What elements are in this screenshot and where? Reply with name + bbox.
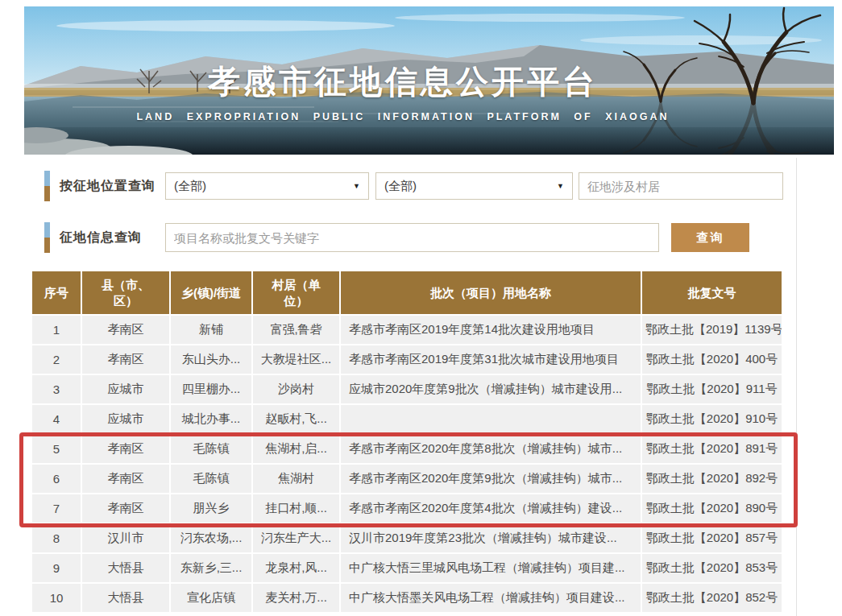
table-cell: 鄂政土批【2020】857号 <box>642 524 782 552</box>
county-select[interactable]: (全部) ▼ <box>165 172 369 200</box>
table-cell: 中广核大悟三里城风电场工程（增减挂钩）项目建... <box>341 554 641 582</box>
table-cell: 富强,鲁砦 <box>253 316 339 344</box>
table-cell: 孝感市孝南区2019年度第14批次建设用地项目 <box>341 316 641 344</box>
township-select[interactable]: (全部) ▼ <box>375 172 573 200</box>
search-button[interactable]: 查询 <box>671 223 749 252</box>
table-cell: 挂口村,顺... <box>253 494 339 523</box>
land-expropriation-table: 序号县（市、 区）乡(镇)/街道村居（单 位）批次（项目）用地名称批复文号 1孝… <box>31 270 783 614</box>
table-row[interactable]: 5孝南区毛陈镇焦湖村,启...孝感市孝南区2020年度第8批次（增减挂钩）城市.… <box>32 435 782 463</box>
table-cell: 应城市 <box>82 405 169 433</box>
table-cell: 城北办事... <box>171 405 251 433</box>
township-select-value: (全部) <box>384 179 417 194</box>
table-cell: 鄂政土批【2020】892号 <box>642 465 782 493</box>
table-cell: 新铺 <box>171 316 251 344</box>
section-marker-icon <box>44 171 50 201</box>
village-input[interactable] <box>579 172 783 200</box>
table-row[interactable]: 9大悟县东新乡,三...龙泉村,风...中广核大悟三里城风电场工程（增减挂钩）项… <box>32 554 782 582</box>
table-row[interactable]: 3应城市四里棚办...沙岗村应城市2020年度第9批次（增减挂钩）城市建设用..… <box>32 375 782 403</box>
dropdown-arrow-icon: ▼ <box>557 182 564 190</box>
table-row[interactable]: 1孝南区新铺富强,鲁砦孝感市孝南区2019年度第14批次建设用地项目鄂政土批【2… <box>32 316 782 344</box>
table-cell: 中广核大悟墨关风电场工程（增减挂钩）项目建设... <box>341 584 641 612</box>
banner-text-block: 孝感市征地信息公开平台 LAND EXPROPRIATION PUBLIC IN… <box>24 60 782 122</box>
table-cell: 朋兴乡 <box>171 494 251 523</box>
table-body: 1孝南区新铺富强,鲁砦孝感市孝南区2019年度第14批次建设用地项目鄂政土批【2… <box>32 316 782 612</box>
table-cell: 鄂政土批【2020】891号 <box>642 435 782 463</box>
table-cell: 4 <box>32 405 81 433</box>
table-row[interactable]: 8汉川市汈东农场,...汈东生产大...汉川市2019年度第23批次（增减挂钩）… <box>32 524 782 552</box>
table-cell: 沙岗村 <box>253 375 339 403</box>
table-cell: 9 <box>32 554 81 582</box>
banner-image: 孝感市征地信息公开平台 LAND EXPROPRIATION PUBLIC IN… <box>24 6 834 155</box>
keyword-input[interactable] <box>165 223 659 252</box>
table-cell: 5 <box>32 435 81 463</box>
dropdown-arrow-icon: ▼ <box>353 182 360 190</box>
table-cell <box>341 405 641 433</box>
table-cell: 东山头办... <box>171 345 251 374</box>
table-cell: 鄂政土批【2020】911号 <box>642 375 782 403</box>
banner-title: 孝感市征地信息公开平台 <box>24 60 782 104</box>
location-filter-label-text: 按征地位置查询 <box>60 178 156 195</box>
table-cell: 10 <box>32 584 81 612</box>
table-cell: 鄂政土批【2019】1139号 <box>642 316 782 344</box>
table-cell: 6 <box>32 465 81 493</box>
column-header: 序号 <box>32 271 81 314</box>
table-cell: 汉川市2019年度第23批次（增减挂钩）城市建设... <box>341 524 641 552</box>
info-filter-label: 征地信息查询 <box>44 222 142 253</box>
column-header: 乡(镇)/街道 <box>171 271 251 314</box>
table-cell: 2 <box>32 345 81 374</box>
table-cell: 孝感市孝南区2020年度第8批次（增减挂钩）城市... <box>341 435 641 463</box>
table-cell: 应城市 <box>82 375 169 403</box>
table-cell: 四里棚办... <box>171 375 251 403</box>
table-cell: 孝感市孝南区2020年度第9批次（增减挂钩）城市... <box>341 465 641 493</box>
table-cell: 赵畈村,飞... <box>253 405 339 433</box>
table-row[interactable]: 10大悟县宣化店镇麦关村,万...中广核大悟墨关风电场工程（增减挂钩）项目建设.… <box>32 584 782 612</box>
table-cell: 宣化店镇 <box>171 584 251 612</box>
table-cell: 东新乡,三... <box>171 554 251 582</box>
table-cell: 孝南区 <box>82 465 169 493</box>
section-marker-icon <box>44 222 50 253</box>
table-cell: 毛陈镇 <box>171 465 251 493</box>
table-cell: 焦湖村,启... <box>253 435 339 463</box>
table-cell: 鄂政土批【2020】853号 <box>642 554 782 582</box>
table-cell: 汉川市 <box>82 524 169 552</box>
table-cell: 孝感市孝南区2019年度第31批次城市建设用地项目 <box>341 345 641 374</box>
table-cell: 焦湖村 <box>253 465 339 493</box>
table-cell: 大教堤社区... <box>253 345 339 374</box>
column-header: 批次（项目）用地名称 <box>341 271 641 314</box>
table-cell: 鄂政土批【2020】852号 <box>642 584 782 612</box>
table-cell: 汈东农场,... <box>171 524 251 552</box>
table-cell: 龙泉村,风... <box>253 554 339 582</box>
table-row[interactable]: 6孝南区毛陈镇焦湖村孝感市孝南区2020年度第9批次（增减挂钩）城市...鄂政土… <box>32 465 782 493</box>
page-divider <box>796 158 797 616</box>
table-cell: 孝感市孝南区2020年度第4批次（增减挂钩）建设... <box>341 494 641 523</box>
column-header: 村居（单 位） <box>253 271 339 314</box>
table-cell: 1 <box>32 316 81 344</box>
table-cell: 毛陈镇 <box>171 435 251 463</box>
table-cell: 孝南区 <box>82 316 169 344</box>
column-header: 县（市、 区） <box>82 271 169 314</box>
table-cell: 大悟县 <box>82 584 169 612</box>
table-row[interactable]: 4应城市城北办事...赵畈村,飞...鄂政土批【2020】910号 <box>32 405 782 433</box>
table-cell: 8 <box>32 524 81 552</box>
county-select-value: (全部) <box>174 179 206 194</box>
banner-subtitle: LAND EXPROPRIATION PUBLIC INFORMATION PL… <box>24 111 782 122</box>
info-filter-label-text: 征地信息查询 <box>60 229 142 246</box>
table-head-row: 序号县（市、 区）乡(镇)/街道村居（单 位）批次（项目）用地名称批复文号 <box>32 271 782 314</box>
table-cell: 应城市2020年度第9批次（增减挂钩）城市建设用... <box>341 375 641 403</box>
table-cell: 孝南区 <box>82 435 169 463</box>
table-row[interactable]: 2孝南区东山头办...大教堤社区...孝感市孝南区2019年度第31批次城市建设… <box>32 345 782 374</box>
table-cell: 麦关村,万... <box>253 584 339 612</box>
table-cell: 大悟县 <box>82 554 169 582</box>
table-cell: 7 <box>32 494 81 523</box>
page: 孝感市征地信息公开平台 LAND EXPROPRIATION PUBLIC IN… <box>0 0 842 616</box>
location-filter-label: 按征地位置查询 <box>44 171 156 201</box>
table-cell: 汈东生产大... <box>253 524 339 552</box>
table-cell: 3 <box>32 375 81 403</box>
table-cell: 鄂政土批【2020】910号 <box>642 405 782 433</box>
table-cell: 孝南区 <box>82 494 169 523</box>
table-row[interactable]: 7孝南区朋兴乡挂口村,顺...孝感市孝南区2020年度第4批次（增减挂钩）建设.… <box>32 494 782 523</box>
table-cell: 鄂政土批【2020】400号 <box>642 345 782 374</box>
table-cell: 鄂政土批【2020】890号 <box>642 494 782 523</box>
table-cell: 孝南区 <box>82 345 169 374</box>
column-header: 批复文号 <box>642 271 782 314</box>
